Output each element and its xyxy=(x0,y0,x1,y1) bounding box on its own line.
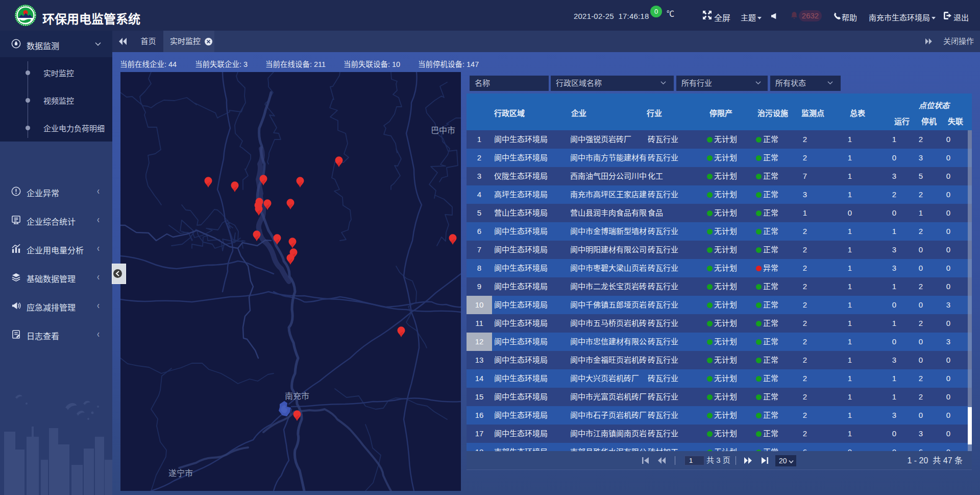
svg-text:巴中市: 巴中市 xyxy=(431,126,455,135)
svg-text:南充市: 南充市 xyxy=(285,392,309,400)
svg-text:遂宁市: 遂宁市 xyxy=(168,469,193,478)
